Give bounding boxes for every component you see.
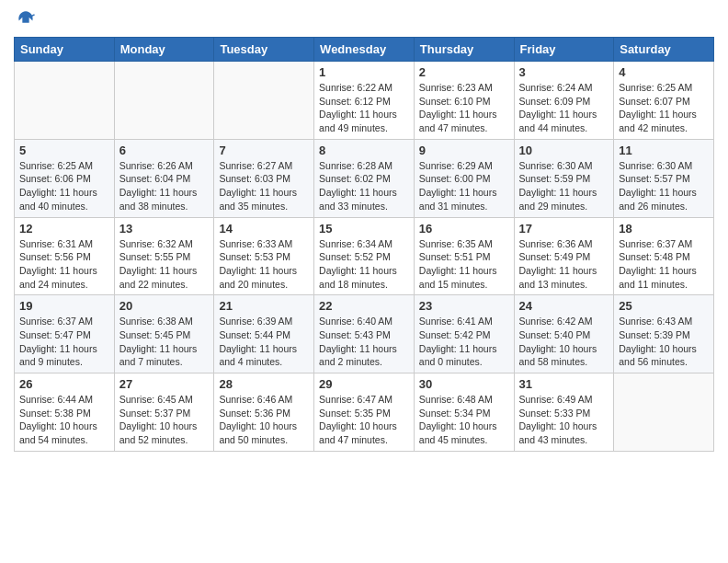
- calendar-day-27: 27Sunrise: 6:45 AM Sunset: 5:37 PM Dayli…: [114, 373, 214, 452]
- day-number: 12: [19, 222, 109, 236]
- weekday-header-row: SundayMondayTuesdayWednesdayThursdayFrid…: [15, 38, 714, 62]
- calendar-day-26: 26Sunrise: 6:44 AM Sunset: 5:38 PM Dayli…: [15, 373, 115, 452]
- calendar-day-28: 28Sunrise: 6:46 AM Sunset: 5:36 PM Dayli…: [214, 373, 314, 452]
- day-info: Sunrise: 6:41 AM Sunset: 5:42 PM Dayligh…: [419, 315, 509, 369]
- day-number: 8: [319, 144, 409, 157]
- weekday-header-saturday: Saturday: [614, 38, 714, 62]
- page-container: SundayMondayTuesdayWednesdayThursdayFrid…: [0, 0, 728, 456]
- weekday-header-monday: Monday: [114, 38, 214, 62]
- calendar-day-16: 16Sunrise: 6:35 AM Sunset: 5:51 PM Dayli…: [414, 217, 514, 295]
- calendar-table: SundayMondayTuesdayWednesdayThursdayFrid…: [14, 37, 714, 452]
- day-number: 22: [319, 299, 409, 313]
- calendar-day-30: 30Sunrise: 6:48 AM Sunset: 5:34 PM Dayli…: [414, 373, 514, 452]
- day-number: 16: [419, 222, 509, 236]
- calendar-day-8: 8Sunrise: 6:28 AM Sunset: 6:02 PM Daylig…: [314, 139, 415, 217]
- day-number: 4: [619, 65, 709, 79]
- day-info: Sunrise: 6:42 AM Sunset: 5:40 PM Dayligh…: [519, 315, 609, 369]
- day-number: 18: [619, 222, 709, 236]
- day-number: 6: [119, 144, 210, 157]
- calendar-empty-cell: [15, 62, 115, 140]
- calendar-empty-cell: [614, 373, 714, 452]
- day-info: Sunrise: 6:36 AM Sunset: 5:49 PM Dayligh…: [519, 237, 609, 292]
- calendar-week-row: 1Sunrise: 6:22 AM Sunset: 6:12 PM Daylig…: [15, 62, 714, 140]
- day-number: 7: [219, 144, 309, 157]
- day-number: 23: [419, 299, 509, 313]
- day-number: 25: [619, 299, 709, 313]
- day-number: 28: [219, 377, 309, 391]
- day-number: 20: [119, 299, 210, 313]
- calendar-day-12: 12Sunrise: 6:31 AM Sunset: 5:56 PM Dayli…: [15, 217, 115, 295]
- calendar-day-29: 29Sunrise: 6:47 AM Sunset: 5:35 PM Dayli…: [314, 373, 415, 452]
- calendar-day-10: 10Sunrise: 6:30 AM Sunset: 5:59 PM Dayli…: [514, 139, 614, 217]
- day-number: 21: [219, 299, 309, 313]
- day-number: 30: [419, 377, 509, 391]
- calendar-week-row: 19Sunrise: 6:37 AM Sunset: 5:47 PM Dayli…: [15, 295, 714, 373]
- day-info: Sunrise: 6:40 AM Sunset: 5:43 PM Dayligh…: [319, 315, 409, 369]
- day-info: Sunrise: 6:37 AM Sunset: 5:47 PM Dayligh…: [19, 315, 109, 369]
- calendar-day-2: 2Sunrise: 6:23 AM Sunset: 6:10 PM Daylig…: [414, 62, 514, 140]
- day-number: 17: [519, 222, 609, 236]
- calendar-day-6: 6Sunrise: 6:26 AM Sunset: 6:04 PM Daylig…: [114, 139, 214, 217]
- calendar-day-20: 20Sunrise: 6:38 AM Sunset: 5:45 PM Dayli…: [114, 295, 214, 373]
- weekday-header-sunday: Sunday: [15, 38, 115, 62]
- day-info: Sunrise: 6:32 AM Sunset: 5:55 PM Dayligh…: [119, 237, 210, 292]
- day-info: Sunrise: 6:38 AM Sunset: 5:45 PM Dayligh…: [119, 315, 210, 369]
- day-info: Sunrise: 6:44 AM Sunset: 5:38 PM Dayligh…: [19, 393, 109, 447]
- calendar-day-24: 24Sunrise: 6:42 AM Sunset: 5:40 PM Dayli…: [514, 295, 614, 373]
- day-number: 10: [519, 144, 609, 157]
- day-info: Sunrise: 6:27 AM Sunset: 6:03 PM Dayligh…: [219, 159, 309, 213]
- calendar-day-19: 19Sunrise: 6:37 AM Sunset: 5:47 PM Dayli…: [15, 295, 115, 373]
- day-info: Sunrise: 6:31 AM Sunset: 5:56 PM Dayligh…: [19, 237, 109, 292]
- logo: [14, 9, 36, 29]
- calendar-day-13: 13Sunrise: 6:32 AM Sunset: 5:55 PM Dayli…: [114, 217, 214, 295]
- weekday-header-tuesday: Tuesday: [214, 38, 314, 62]
- calendar-week-row: 5Sunrise: 6:25 AM Sunset: 6:06 PM Daylig…: [15, 139, 714, 217]
- weekday-header-friday: Friday: [514, 38, 614, 62]
- logo-icon: [16, 9, 36, 29]
- calendar-week-row: 26Sunrise: 6:44 AM Sunset: 5:38 PM Dayli…: [15, 373, 714, 452]
- calendar-day-25: 25Sunrise: 6:43 AM Sunset: 5:39 PM Dayli…: [614, 295, 714, 373]
- day-info: Sunrise: 6:33 AM Sunset: 5:53 PM Dayligh…: [219, 237, 309, 292]
- calendar-day-23: 23Sunrise: 6:41 AM Sunset: 5:42 PM Dayli…: [414, 295, 514, 373]
- calendar-day-5: 5Sunrise: 6:25 AM Sunset: 6:06 PM Daylig…: [15, 139, 115, 217]
- calendar-day-3: 3Sunrise: 6:24 AM Sunset: 6:09 PM Daylig…: [514, 62, 614, 140]
- day-number: 5: [19, 144, 109, 157]
- day-info: Sunrise: 6:30 AM Sunset: 5:57 PM Dayligh…: [619, 159, 709, 213]
- day-number: 15: [319, 222, 409, 236]
- day-info: Sunrise: 6:39 AM Sunset: 5:44 PM Dayligh…: [219, 315, 309, 369]
- day-info: Sunrise: 6:47 AM Sunset: 5:35 PM Dayligh…: [319, 393, 409, 447]
- calendar-day-7: 7Sunrise: 6:27 AM Sunset: 6:03 PM Daylig…: [214, 139, 314, 217]
- day-info: Sunrise: 6:29 AM Sunset: 6:00 PM Dayligh…: [419, 159, 509, 213]
- calendar-day-14: 14Sunrise: 6:33 AM Sunset: 5:53 PM Dayli…: [214, 217, 314, 295]
- calendar-empty-cell: [114, 62, 214, 140]
- day-number: 19: [19, 299, 109, 313]
- day-info: Sunrise: 6:48 AM Sunset: 5:34 PM Dayligh…: [419, 393, 509, 447]
- day-info: Sunrise: 6:22 AM Sunset: 6:12 PM Dayligh…: [319, 81, 409, 135]
- calendar-day-15: 15Sunrise: 6:34 AM Sunset: 5:52 PM Dayli…: [314, 217, 415, 295]
- day-info: Sunrise: 6:23 AM Sunset: 6:10 PM Dayligh…: [419, 81, 509, 135]
- day-info: Sunrise: 6:37 AM Sunset: 5:48 PM Dayligh…: [619, 237, 709, 292]
- day-info: Sunrise: 6:49 AM Sunset: 5:33 PM Dayligh…: [519, 393, 609, 447]
- day-number: 31: [519, 377, 609, 391]
- calendar-day-4: 4Sunrise: 6:25 AM Sunset: 6:07 PM Daylig…: [614, 62, 714, 140]
- day-info: Sunrise: 6:45 AM Sunset: 5:37 PM Dayligh…: [119, 393, 210, 447]
- day-info: Sunrise: 6:43 AM Sunset: 5:39 PM Dayligh…: [619, 315, 709, 369]
- day-info: Sunrise: 6:25 AM Sunset: 6:07 PM Dayligh…: [619, 81, 709, 135]
- calendar-day-1: 1Sunrise: 6:22 AM Sunset: 6:12 PM Daylig…: [314, 62, 415, 140]
- day-number: 13: [119, 222, 210, 236]
- calendar-day-31: 31Sunrise: 6:49 AM Sunset: 5:33 PM Dayli…: [514, 373, 614, 452]
- day-info: Sunrise: 6:28 AM Sunset: 6:02 PM Dayligh…: [319, 159, 409, 213]
- day-number: 27: [119, 377, 210, 391]
- day-number: 26: [19, 377, 109, 391]
- day-info: Sunrise: 6:34 AM Sunset: 5:52 PM Dayligh…: [319, 237, 409, 292]
- day-number: 29: [319, 377, 409, 391]
- calendar-empty-cell: [214, 62, 314, 140]
- day-info: Sunrise: 6:26 AM Sunset: 6:04 PM Dayligh…: [119, 159, 210, 213]
- day-number: 9: [419, 144, 509, 157]
- day-info: Sunrise: 6:46 AM Sunset: 5:36 PM Dayligh…: [219, 393, 309, 447]
- day-info: Sunrise: 6:30 AM Sunset: 5:59 PM Dayligh…: [519, 159, 609, 213]
- day-number: 2: [419, 65, 509, 79]
- weekday-header-thursday: Thursday: [414, 38, 514, 62]
- day-info: Sunrise: 6:25 AM Sunset: 6:06 PM Dayligh…: [19, 159, 109, 213]
- day-number: 24: [519, 299, 609, 313]
